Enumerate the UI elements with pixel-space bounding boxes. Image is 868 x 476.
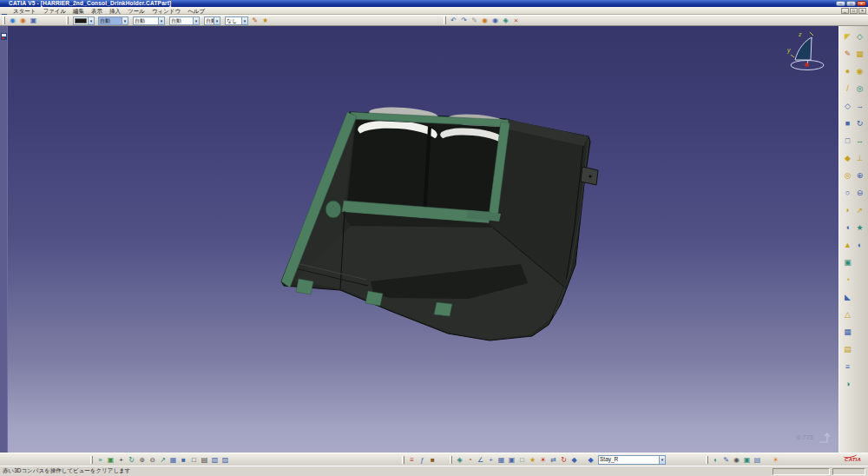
- chamfer-icon[interactable]: ◣: [842, 292, 853, 303]
- combo-arrow-icon[interactable]: ▾: [659, 456, 665, 464]
- toolbar-grip[interactable]: [3, 17, 5, 24]
- wireframe-view-icon[interactable]: □: [189, 455, 199, 465]
- boolean-add-icon[interactable]: ⊕: [854, 170, 865, 182]
- view-cube-icon[interactable]: ▣: [507, 455, 516, 465]
- snap-icon[interactable]: +: [486, 455, 496, 465]
- web-publish-icon[interactable]: ◉: [8, 16, 17, 25]
- sketcher-icon[interactable]: ✎: [842, 49, 853, 60]
- fit-all-icon[interactable]: ▣: [106, 455, 115, 465]
- line-icon[interactable]: /: [842, 83, 853, 95]
- thread-icon[interactable]: ≡: [842, 361, 853, 373]
- sparkle-icon[interactable]: ★: [528, 455, 537, 465]
- toolbar-grip[interactable]: [450, 456, 452, 464]
- mdi-restore-button[interactable]: □: [850, 8, 858, 14]
- mirror-icon[interactable]: ◇: [854, 31, 865, 43]
- circ-pattern-icon[interactable]: ◉: [854, 66, 865, 77]
- axis-corner-icon[interactable]: [817, 431, 830, 444]
- wizard-icon[interactable]: ★: [260, 16, 270, 25]
- combo-arrow-icon[interactable]: ▾: [158, 17, 164, 24]
- combo-arrow-icon[interactable]: ▾: [241, 17, 247, 24]
- compass[interactable]: z y: [781, 28, 833, 80]
- full-view-icon[interactable]: ▨: [220, 455, 230, 465]
- toolbars-icon[interactable]: ≡: [407, 455, 417, 465]
- cursor-select-icon[interactable]: ◤: [842, 31, 853, 43]
- photo-search-icon[interactable]: ◉: [732, 455, 741, 465]
- layer-combo[interactable]: なし▾: [225, 17, 248, 25]
- catalog-combo[interactable]: Stay_R ▾: [598, 455, 666, 465]
- menu-help[interactable]: ヘルプ: [184, 7, 208, 15]
- pan-icon[interactable]: +: [116, 455, 126, 465]
- close-button[interactable]: ×: [857, 1, 866, 6]
- hidden-line-view-icon[interactable]: ▤: [200, 455, 209, 465]
- shell-icon[interactable]: ▦: [842, 327, 853, 338]
- fillet-icon[interactable]: ◔: [842, 274, 853, 286]
- rotate-icon[interactable]: ↻: [854, 118, 865, 129]
- shaded-view-icon[interactable]: ■: [179, 455, 188, 465]
- multi-pad-icon[interactable]: ▣: [842, 257, 853, 268]
- combo-arrow-icon[interactable]: ▾: [122, 17, 128, 24]
- share-view-icon[interactable]: ◐: [711, 455, 720, 465]
- macro-jar-icon[interactable]: ■: [428, 455, 437, 465]
- combo-arrow-icon[interactable]: ▾: [214, 17, 220, 24]
- mdi-close-button[interactable]: ×: [858, 8, 866, 14]
- formula-icon[interactable]: ƒ: [418, 455, 427, 465]
- toolbar-grip[interactable]: [402, 456, 404, 464]
- pad-icon[interactable]: ■: [842, 118, 853, 129]
- combo-arrow-icon[interactable]: ▾: [88, 17, 94, 24]
- pocket-icon[interactable]: □: [842, 136, 853, 147]
- rect-pattern-icon[interactable]: ▦: [854, 49, 865, 60]
- scaling-icon[interactable]: ◎: [854, 83, 865, 95]
- split-view-icon[interactable]: ▧: [210, 455, 220, 465]
- menu-file[interactable]: ファイル: [39, 7, 69, 15]
- render-style-icon[interactable]: ◐: [854, 240, 865, 251]
- fly-mode-icon[interactable]: »: [95, 455, 105, 465]
- draft-icon[interactable]: △: [842, 309, 853, 321]
- import-docs-icon[interactable]: ▣: [29, 16, 38, 25]
- shaft-icon[interactable]: ◆: [842, 153, 853, 164]
- mdi-minimize-button[interactable]: _: [841, 8, 849, 14]
- pen-icon[interactable]: ✎: [470, 16, 479, 25]
- toolbar-grip[interactable]: [444, 17, 446, 24]
- thickness-icon[interactable]: ▤: [842, 344, 853, 355]
- groove-icon[interactable]: ◎: [842, 170, 853, 182]
- search-icon[interactable]: ◉: [480, 16, 490, 25]
- rotate-view-icon[interactable]: ↻: [127, 455, 136, 465]
- menu-insert[interactable]: 挿入: [106, 7, 124, 15]
- menu-start[interactable]: スタート: [10, 7, 39, 15]
- toolbar-grip[interactable]: [90, 456, 93, 464]
- 3d-model[interactable]: [260, 87, 608, 347]
- line-type-combo[interactable]: 自動▾: [169, 17, 200, 25]
- toolbar-grip[interactable]: [66, 17, 69, 24]
- rib-icon[interactable]: ◗: [842, 205, 853, 216]
- redo-icon[interactable]: ↷: [459, 16, 469, 25]
- slot-icon[interactable]: ◖: [842, 222, 853, 234]
- 3d-viewport[interactable]: z y 0.773: [0, 26, 838, 453]
- web-catalog-icon[interactable]: ◉: [18, 16, 28, 25]
- zoom-out-icon[interactable]: ⊖: [148, 455, 157, 465]
- clock-icon[interactable]: ◔: [465, 455, 475, 465]
- line-weight-combo[interactable]: 自動▾: [133, 17, 165, 25]
- point-icon[interactable]: ●: [842, 66, 853, 77]
- normal-view-icon[interactable]: ↗: [158, 455, 168, 465]
- translate-icon[interactable]: →: [854, 101, 865, 112]
- undo-icon[interactable]: ↶: [449, 16, 458, 25]
- filter-icon[interactable]: ◆: [569, 455, 579, 465]
- combo-arrow-icon[interactable]: ▾: [193, 17, 199, 24]
- boolean-remove-icon[interactable]: ⊖: [854, 188, 865, 199]
- menu-edit[interactable]: 編集: [69, 7, 88, 15]
- measure-icon[interactable]: ↗: [854, 205, 865, 216]
- link-icon[interactable]: ◈: [501, 16, 510, 25]
- swap-arrows-icon[interactable]: ⇄: [549, 455, 558, 465]
- fill-color-combo[interactable]: ▾: [73, 17, 95, 25]
- menu-tools[interactable]: ツール: [124, 7, 148, 15]
- painter-icon[interactable]: ✎: [250, 16, 260, 25]
- stiffener-icon[interactable]: ▲: [842, 240, 853, 251]
- menu-window[interactable]: ウィンドウ: [148, 7, 184, 15]
- zoom-in-icon[interactable]: ⊕: [137, 455, 147, 465]
- toolbar-grip[interactable]: [706, 456, 708, 464]
- section-cube-icon[interactable]: □: [517, 455, 527, 465]
- plane-icon[interactable]: ◇: [842, 101, 853, 112]
- advanced-search-icon[interactable]: ◉: [490, 16, 500, 25]
- link-browser-icon[interactable]: ◈: [455, 455, 464, 465]
- hole-icon[interactable]: ○: [842, 188, 853, 199]
